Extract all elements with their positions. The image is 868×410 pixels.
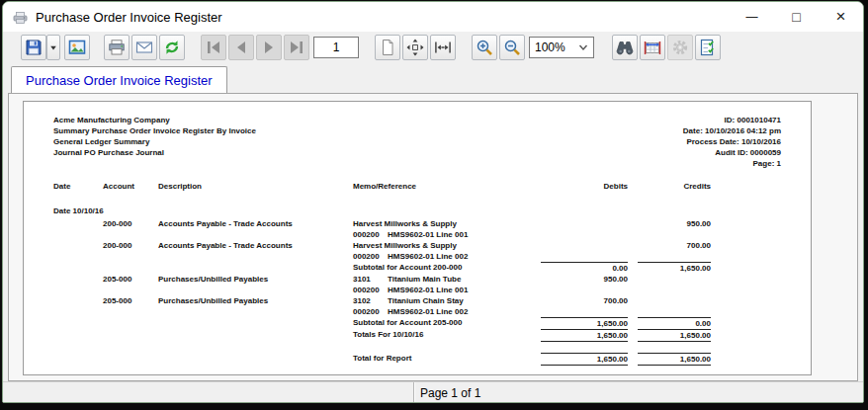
- totals-line: Totals For 10/10/16 1,650.00 1,650.00: [24, 329, 811, 342]
- page-number-input[interactable]: [313, 37, 359, 58]
- report-total-line: Total for Report 1,650.00 1,650.00: [24, 353, 811, 366]
- report-date: Date: 10/10/2016 04:12 pm: [683, 125, 781, 136]
- process-date: Process Date: 10/10/2016: [683, 136, 781, 147]
- window-controls: — □ ×: [730, 2, 863, 32]
- report-line: 000200HMS9602-01 Line 002: [24, 251, 811, 262]
- report-options-button[interactable]: [695, 35, 721, 60]
- previous-page-icon: [231, 38, 251, 57]
- minimize-button[interactable]: —: [730, 2, 774, 32]
- window-title: Purchase Order Invoice Register: [36, 10, 222, 25]
- save-button[interactable]: [21, 35, 46, 60]
- settings-button[interactable]: [667, 35, 693, 60]
- zoom-select[interactable]: 100%: [529, 37, 594, 58]
- first-page-icon: [204, 38, 223, 57]
- next-page-button[interactable]: [256, 35, 282, 60]
- tab-label: Purchase Order Invoice Register: [26, 73, 213, 88]
- tab-purchase-order-invoice-register[interactable]: Purchase Order Invoice Register: [11, 66, 227, 93]
- date-group-label: Date 10/10/16: [24, 205, 811, 216]
- col-description: Description: [158, 181, 353, 192]
- export-image-icon: [67, 38, 87, 57]
- report-line: 200-000 Accounts Payable - Trade Account…: [24, 240, 811, 251]
- audit-id: Audit ID: 0000059: [683, 147, 781, 158]
- col-date: Date: [53, 181, 103, 192]
- print-button[interactable]: [104, 35, 130, 60]
- fit-width-button[interactable]: [430, 35, 456, 60]
- report-line: 000200HMS9602-01 Line 002: [24, 306, 811, 317]
- refresh-icon: [162, 38, 182, 57]
- close-button[interactable]: ×: [819, 2, 863, 32]
- last-page-icon: [287, 38, 306, 57]
- subtotal-line: Subtotal for Account 200-000 0.00 1,650.…: [24, 262, 811, 274]
- refresh-button[interactable]: [159, 35, 185, 60]
- col-account: Account: [103, 181, 158, 192]
- last-page-button[interactable]: [284, 35, 309, 60]
- report-id: ID: 0001010471: [683, 115, 781, 125]
- company-name: Acme Manufacturing Company: [53, 115, 781, 125]
- zoom-value: 100%: [535, 41, 565, 54]
- fit-columns-button[interactable]: [640, 35, 665, 60]
- page-number: Page: 1: [683, 158, 781, 169]
- tab-bar: Purchase Order Invoice Register: [3, 63, 863, 93]
- actual-size-icon: [378, 38, 397, 57]
- report-header: Acme Manufacturing Company Summary Purch…: [53, 115, 781, 158]
- fit-page-icon: [405, 38, 425, 57]
- fit-width-icon: [433, 38, 453, 57]
- find-button[interactable]: [612, 35, 638, 60]
- email-button[interactable]: [131, 35, 157, 60]
- fit-page-button[interactable]: [402, 35, 428, 60]
- report-viewer[interactable]: Acme Manufacturing Company Summary Purch…: [8, 93, 858, 381]
- subtotal-line: Subtotal for Account 205-000 1,650.00 0.…: [24, 317, 811, 329]
- toolbar: 100%: [3, 32, 863, 63]
- email-icon: [134, 38, 154, 57]
- chevron-down-icon: [578, 42, 588, 52]
- col-memo: Memo/Reference: [353, 181, 541, 192]
- report-journal: Journal PO Purchase Journal: [53, 147, 781, 158]
- zoom-out-button[interactable]: [499, 35, 525, 60]
- find-icon: [615, 38, 635, 57]
- column-headers: Date Account Description Memo/Reference …: [24, 181, 811, 192]
- gear-icon: [670, 38, 690, 57]
- print-icon: [107, 38, 127, 57]
- status-pane-page: Page 1 of 1: [414, 382, 863, 403]
- export-image-button[interactable]: [64, 35, 90, 60]
- report-line: 205-000 Purchases/Unbilled Payables 3102…: [24, 295, 811, 306]
- save-icon: [24, 38, 43, 57]
- report-viewer-window: Purchase Order Invoice Register — □ ×: [2, 1, 864, 403]
- previous-page-button[interactable]: [228, 35, 254, 60]
- report-line: 200-000 Accounts Payable - Trade Account…: [24, 218, 811, 229]
- maximize-button[interactable]: □: [774, 2, 819, 32]
- zoom-in-button[interactable]: [472, 35, 497, 60]
- report-line: 205-000 Purchases/Unbilled Payables 3101…: [24, 274, 811, 285]
- status-pane-left: [3, 382, 414, 403]
- report-meta: ID: 0001010471 Date: 10/10/2016 04:12 pm…: [683, 115, 781, 169]
- zoom-in-icon: [475, 38, 494, 57]
- report-title: Summary Purchase Order Invoice Register …: [53, 125, 781, 136]
- report-options-icon: [698, 38, 718, 57]
- report-line: 000200HMS9602-01 Line 001: [24, 229, 811, 240]
- actual-size-button[interactable]: [375, 35, 400, 60]
- col-debits: Debits: [541, 181, 628, 192]
- fit-columns-icon: [643, 38, 662, 57]
- title-bar[interactable]: Purchase Order Invoice Register — □ ×: [3, 2, 863, 32]
- app-icon: [12, 9, 29, 26]
- save-dropdown-icon: [49, 43, 57, 51]
- page-indicator: Page 1 of 1: [420, 386, 480, 400]
- report-line: 000200HMS9602-01 Line 001: [24, 285, 811, 295]
- status-bar: Page 1 of 1: [3, 381, 863, 403]
- col-credits: Credits: [638, 181, 711, 192]
- first-page-button[interactable]: [201, 35, 226, 60]
- report-page: Acme Manufacturing Company Summary Purch…: [23, 101, 812, 375]
- save-dropdown-button[interactable]: [46, 35, 60, 60]
- zoom-out-icon: [502, 38, 522, 57]
- report-subtitle: General Ledger Summary: [53, 136, 781, 147]
- next-page-icon: [259, 38, 279, 57]
